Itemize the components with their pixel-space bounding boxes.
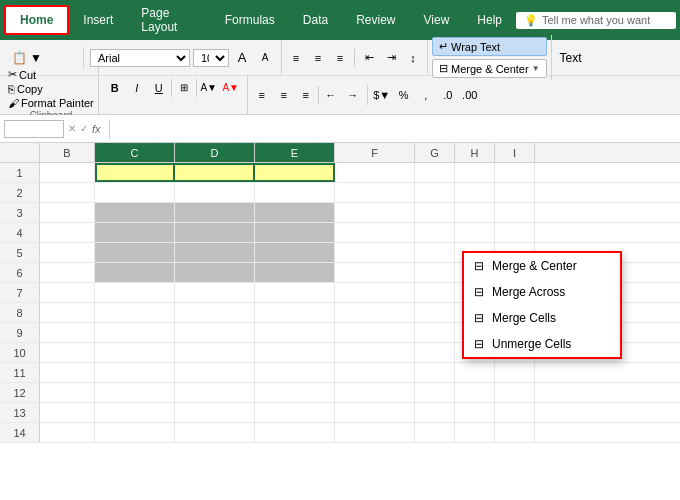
cell-b11[interactable] (40, 363, 95, 382)
cell-f11[interactable] (335, 363, 415, 382)
cell-b8[interactable] (40, 303, 95, 322)
cell-c9[interactable] (95, 323, 175, 342)
cell-b14[interactable] (40, 423, 95, 442)
cell-i11[interactable] (495, 363, 535, 382)
tab-formulas[interactable]: Formulas (211, 7, 289, 33)
col-header-i[interactable]: I (495, 143, 535, 162)
formula-input[interactable] (118, 122, 676, 136)
search-bar[interactable]: 💡 Tell me what you want (516, 12, 676, 29)
border-button[interactable]: ⊞ (174, 78, 194, 98)
comma-btn[interactable]: , (416, 85, 436, 105)
cell-i12[interactable] (495, 383, 535, 402)
cell-e8[interactable] (255, 303, 335, 322)
cell-c11[interactable] (95, 363, 175, 382)
cell-c4[interactable] (95, 223, 175, 242)
confirm-icon[interactable]: ✓ (80, 123, 88, 134)
align-left-top-btn[interactable]: ≡ (286, 48, 306, 68)
cell-f13[interactable] (335, 403, 415, 422)
col-header-e[interactable]: E (255, 143, 335, 162)
tab-insert[interactable]: Insert (69, 7, 127, 33)
underline-button[interactable]: U (149, 78, 169, 98)
cell-d10[interactable] (175, 343, 255, 362)
cell-d6[interactable] (175, 263, 255, 282)
cell-c13[interactable] (95, 403, 175, 422)
increase-indent-btn[interactable]: ⇥ (381, 48, 401, 68)
cell-f9[interactable] (335, 323, 415, 342)
cell-b10[interactable] (40, 343, 95, 362)
cell-e10[interactable] (255, 343, 335, 362)
cell-f5[interactable] (335, 243, 415, 262)
cell-c10[interactable] (95, 343, 175, 362)
rtl-btn[interactable]: ← (321, 85, 341, 105)
align-right-btn[interactable]: ≡ (296, 85, 316, 105)
cell-d2[interactable] (175, 183, 255, 202)
cell-f7[interactable] (335, 283, 415, 302)
cell-i4[interactable] (495, 223, 535, 242)
function-icon[interactable]: fx (92, 123, 101, 135)
cell-b6[interactable] (40, 263, 95, 282)
cell-i2[interactable] (495, 183, 535, 202)
bold-button[interactable]: B (105, 78, 125, 98)
cell-h14[interactable] (455, 423, 495, 442)
font-family-select[interactable]: Arial (90, 49, 190, 67)
cell-c14[interactable] (95, 423, 175, 442)
dropdown-item-merge-cells[interactable]: ⊟ Merge Cells (464, 305, 620, 331)
cell-b12[interactable] (40, 383, 95, 402)
align-right-top-btn[interactable]: ≡ (330, 48, 350, 68)
tab-data[interactable]: Data (289, 7, 342, 33)
cell-f14[interactable] (335, 423, 415, 442)
merge-center-button[interactable]: ⊟ Merge & Center ▼ (432, 59, 547, 78)
cell-h13[interactable] (455, 403, 495, 422)
cell-g6[interactable] (415, 263, 455, 282)
cell-g5[interactable] (415, 243, 455, 262)
cell-h3[interactable] (455, 203, 495, 222)
copy-button[interactable]: ⎘ Copy (8, 82, 94, 96)
increase-font-btn[interactable]: A (232, 48, 252, 68)
tab-review[interactable]: Review (342, 7, 409, 33)
cell-i1[interactable] (495, 163, 535, 182)
cell-g9[interactable] (415, 323, 455, 342)
cell-c7[interactable] (95, 283, 175, 302)
cell-g7[interactable] (415, 283, 455, 302)
tab-page-layout[interactable]: Page Layout (127, 0, 210, 40)
cell-e1[interactable] (255, 163, 335, 182)
cell-d7[interactable] (175, 283, 255, 302)
currency-btn[interactable]: $▼ (372, 85, 392, 105)
align-center-btn[interactable]: ≡ (274, 85, 294, 105)
cell-b1[interactable] (40, 163, 95, 182)
cell-d11[interactable] (175, 363, 255, 382)
cell-d8[interactable] (175, 303, 255, 322)
cell-d13[interactable] (175, 403, 255, 422)
cell-d14[interactable] (175, 423, 255, 442)
cell-f3[interactable] (335, 203, 415, 222)
cell-g11[interactable] (415, 363, 455, 382)
cell-b7[interactable] (40, 283, 95, 302)
wrap-text-button[interactable]: ↵ Wrap Text (432, 37, 547, 56)
cut-button[interactable]: ✂ Cut (8, 67, 94, 82)
cell-d4[interactable] (175, 223, 255, 242)
cell-d9[interactable] (175, 323, 255, 342)
cell-e9[interactable] (255, 323, 335, 342)
cell-b4[interactable] (40, 223, 95, 242)
font-size-select[interactable]: 10 (193, 49, 229, 67)
font-color-button[interactable]: A▼ (221, 78, 241, 98)
cell-d3[interactable] (175, 203, 255, 222)
cell-g14[interactable] (415, 423, 455, 442)
cell-i14[interactable] (495, 423, 535, 442)
col-header-b[interactable]: B (40, 143, 95, 162)
cell-g1[interactable] (415, 163, 455, 182)
col-header-c[interactable]: C (95, 143, 175, 162)
cell-g10[interactable] (415, 343, 455, 362)
align-center-top-btn[interactable]: ≡ (308, 48, 328, 68)
name-box[interactable] (4, 120, 64, 138)
cell-f4[interactable] (335, 223, 415, 242)
cell-e2[interactable] (255, 183, 335, 202)
cell-h4[interactable] (455, 223, 495, 242)
cell-h12[interactable] (455, 383, 495, 402)
tab-home[interactable]: Home (4, 5, 69, 35)
decrease-indent-btn[interactable]: ⇤ (359, 48, 379, 68)
cell-e5[interactable] (255, 243, 335, 262)
dropdown-item-unmerge-cells[interactable]: ⊟ Unmerge Cells (464, 331, 620, 357)
cell-c3[interactable] (95, 203, 175, 222)
cell-e11[interactable] (255, 363, 335, 382)
